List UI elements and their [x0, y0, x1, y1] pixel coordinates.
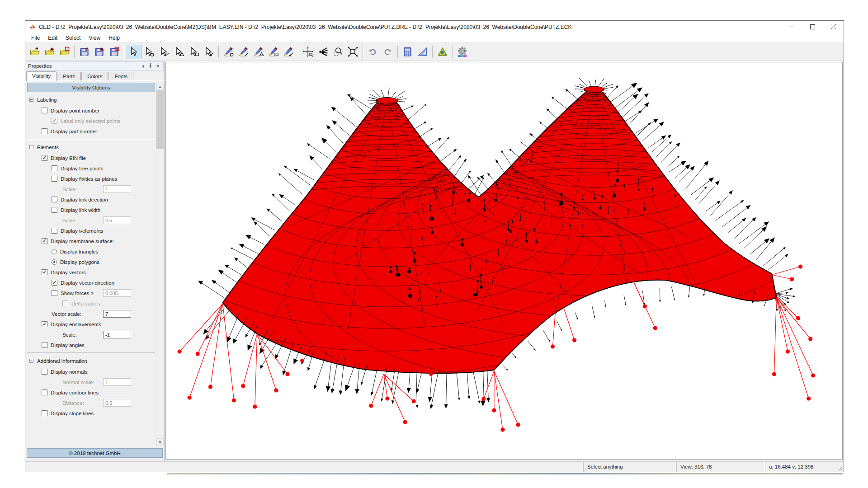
cursor-dotline-button[interactable] — [201, 45, 216, 59]
maximize-button[interactable] — [802, 21, 823, 33]
scrollbar-thumb[interactable] — [156, 90, 164, 149]
settings-button[interactable] — [455, 45, 470, 59]
panel-close-icon[interactable]: ✕ — [154, 64, 161, 69]
label: Normal scale: — [62, 380, 94, 385]
menu-edit[interactable]: Edit — [44, 34, 61, 42]
checkbox[interactable] — [52, 176, 57, 182]
menu-select[interactable]: Select — [61, 34, 85, 42]
scroll-up-icon[interactable]: ▲ — [156, 83, 164, 90]
tab-parts[interactable]: Parts — [57, 72, 81, 80]
tab-fonts[interactable]: Fonts — [108, 72, 133, 80]
menu-file[interactable]: File — [27, 34, 44, 42]
pencil-dotline-button[interactable] — [281, 45, 296, 59]
pencil-line-button[interactable] — [236, 45, 251, 59]
pencil-square-button[interactable] — [266, 45, 281, 59]
checkbox-display-point-number: Display point number — [26, 105, 156, 116]
checkbox[interactable] — [42, 389, 47, 395]
menu-view[interactable]: View — [85, 34, 104, 42]
radio-button[interactable] — [52, 249, 57, 254]
checkbox[interactable] — [52, 207, 57, 213]
tab-colors[interactable]: Colors — [81, 72, 108, 80]
checkbox-display-ein-file: Display EIN file — [26, 153, 156, 163]
pencil-triangle-button[interactable] — [251, 45, 266, 59]
zoom-rays-button[interactable] — [316, 45, 330, 59]
window-title: GED - D:\2_Projekte\Easy\2020\03_26_Webs… — [39, 24, 781, 30]
pencil-circle-button[interactable] — [221, 45, 236, 59]
checkbox-display-angles: Display angles — [26, 340, 156, 350]
collapse-icon[interactable] — [29, 98, 33, 102]
input-normal-scale — [103, 378, 131, 386]
cursor-line-button[interactable] — [156, 45, 171, 59]
checkbox[interactable] — [42, 108, 47, 113]
label: Display part number — [51, 129, 97, 134]
checkbox[interactable] — [52, 290, 57, 296]
checkbox[interactable] — [52, 228, 57, 234]
checkbox[interactable] — [42, 369, 47, 375]
checkbox[interactable] — [42, 155, 47, 161]
scroll-down-icon[interactable]: ▼ — [156, 438, 164, 446]
calculator-button[interactable] — [400, 45, 415, 59]
checkbox-display-vectors: Display vectors — [26, 267, 156, 277]
checkbox-display-normals: Display normals — [26, 366, 156, 377]
cursor-square-button[interactable] — [186, 45, 201, 59]
label: Display link width — [61, 207, 100, 213]
panel-dropdown-icon[interactable]: ▾ — [140, 64, 147, 69]
input-vector-scale[interactable] — [103, 310, 131, 318]
set-square-button[interactable] — [415, 45, 430, 59]
section-divider — [27, 352, 155, 353]
cursor-triangle-button[interactable] — [171, 45, 186, 59]
checkbox[interactable] — [42, 342, 47, 348]
label: Display link direction — [61, 197, 108, 202]
model-viewport[interactable] — [165, 62, 843, 460]
section-elements: Elements — [26, 141, 156, 153]
field-vector-scale: Vector scale: — [26, 309, 156, 319]
pan-zoom-button[interactable] — [301, 45, 316, 59]
checkbox — [52, 118, 57, 124]
input-scale[interactable] — [103, 331, 131, 338]
save-square-button[interactable] — [107, 45, 122, 59]
label: Display point number — [51, 108, 99, 113]
checkbox[interactable] — [42, 410, 47, 416]
collapse-icon[interactable] — [29, 145, 33, 149]
checkbox-show-forces: Show forces ≥ — [26, 288, 156, 298]
checkbox[interactable] — [52, 165, 57, 171]
zoom-fit-button[interactable] — [345, 45, 360, 59]
checkbox[interactable] — [42, 128, 47, 134]
menu-help[interactable]: Help — [104, 34, 124, 42]
collapse-icon[interactable] — [29, 359, 33, 363]
open-hash-button[interactable]: # — [27, 45, 42, 59]
input-scale — [103, 185, 131, 193]
toolbar-separator — [432, 46, 433, 58]
undo-button[interactable] — [365, 45, 380, 59]
properties-panel-header: Properties ▾ ✕ — [26, 61, 164, 70]
checkbox[interactable] — [52, 197, 57, 202]
checkbox-display-link-direction: Display link direction — [26, 194, 156, 205]
checkbox-delta-values: Delta values — [26, 298, 156, 309]
toolbar: ## — [25, 43, 844, 61]
tab-visibility[interactable]: Visibility — [26, 71, 57, 81]
zoom-window-button[interactable] — [330, 45, 345, 59]
membrane-drawing — [166, 62, 842, 459]
field-scale: Scale: — [26, 215, 156, 225]
redo-button[interactable] — [380, 45, 395, 59]
save-hash-button[interactable]: # — [77, 45, 92, 59]
radio-display-triangles: Display triangles — [26, 246, 156, 257]
cursor-button[interactable] — [127, 45, 142, 59]
checkbox[interactable] — [42, 238, 47, 244]
label: Display enslavements — [51, 322, 101, 327]
panel-scrollbar[interactable]: ▲ ▼ — [156, 83, 164, 446]
radio-button[interactable] — [52, 259, 57, 265]
checkbox[interactable] — [42, 269, 47, 275]
panel-pin-icon[interactable] — [147, 63, 154, 69]
save-triangle-button[interactable] — [92, 45, 107, 59]
minimize-button[interactable] — [781, 21, 802, 33]
checkbox[interactable] — [52, 280, 57, 286]
checkbox[interactable] — [42, 321, 47, 327]
formfinding-button[interactable] — [435, 45, 450, 59]
close-button[interactable] — [823, 21, 844, 33]
cursor-circle-button[interactable] — [142, 45, 156, 59]
open-triangle-button[interactable] — [42, 45, 57, 59]
open-square-button[interactable] — [57, 45, 72, 59]
radio-display-polygons: Display polygons — [26, 257, 156, 267]
resize-grip[interactable] — [837, 462, 844, 472]
